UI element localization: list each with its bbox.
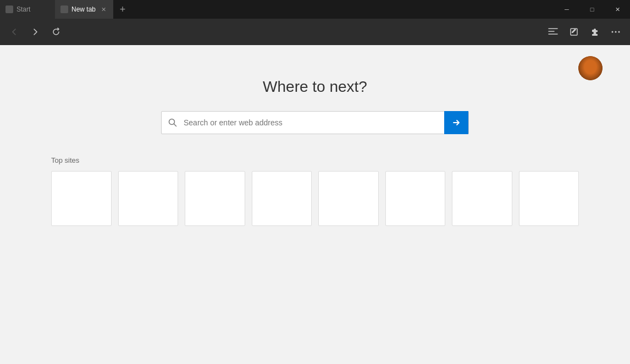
extensions-icon bbox=[590, 27, 599, 36]
list-item[interactable] bbox=[51, 171, 112, 226]
hub-icon bbox=[548, 27, 558, 36]
top-sites-section: Top sites bbox=[51, 156, 579, 226]
web-note-button[interactable] bbox=[564, 22, 584, 42]
close-button[interactable]: ✕ bbox=[605, 0, 630, 19]
title-bar-spacer bbox=[132, 0, 554, 19]
list-item[interactable] bbox=[185, 171, 245, 226]
refresh-icon bbox=[52, 27, 60, 36]
title-bar: Start New tab ✕ + ─ □ ✕ bbox=[0, 0, 630, 19]
close-icon: ✕ bbox=[615, 6, 620, 13]
page-title: Where to next? bbox=[263, 78, 367, 96]
list-item[interactable] bbox=[318, 171, 379, 226]
svg-point-4 bbox=[578, 56, 603, 80]
list-item[interactable] bbox=[118, 171, 179, 226]
window-controls: ─ □ ✕ bbox=[554, 0, 630, 19]
top-sites-grid bbox=[51, 171, 579, 226]
start-tab-icon bbox=[5, 5, 13, 13]
more-button[interactable] bbox=[606, 22, 626, 42]
minimize-button[interactable]: ─ bbox=[554, 0, 579, 19]
profile-avatar[interactable] bbox=[578, 56, 603, 80]
list-item[interactable] bbox=[452, 171, 512, 226]
maximize-button[interactable]: □ bbox=[579, 0, 605, 19]
search-icon bbox=[168, 118, 177, 127]
nav-bar bbox=[0, 19, 630, 45]
avatar-image bbox=[578, 56, 603, 80]
search-go-button[interactable] bbox=[444, 111, 468, 134]
svg-point-9 bbox=[586, 65, 589, 69]
svg-point-12 bbox=[593, 67, 594, 68]
back-button[interactable] bbox=[4, 22, 24, 42]
svg-point-11 bbox=[587, 67, 589, 68]
top-sites-label: Top sites bbox=[51, 156, 579, 164]
svg-marker-8 bbox=[595, 56, 600, 60]
new-tab-page: Where to next? Top sites bbox=[0, 45, 630, 226]
tab-start[interactable]: Start bbox=[0, 0, 55, 19]
minimize-icon: ─ bbox=[565, 6, 569, 13]
forward-button[interactable] bbox=[25, 22, 45, 42]
web-note-icon bbox=[570, 27, 578, 36]
svg-point-1 bbox=[612, 31, 614, 33]
search-bar bbox=[161, 111, 469, 134]
svg-point-10 bbox=[592, 65, 595, 69]
new-tab-label: New tab bbox=[71, 5, 96, 13]
search-input[interactable] bbox=[184, 118, 444, 127]
extensions-button[interactable] bbox=[585, 22, 605, 42]
go-arrow-icon bbox=[452, 118, 461, 127]
list-item[interactable] bbox=[385, 171, 446, 226]
svg-point-6 bbox=[585, 62, 596, 73]
back-icon bbox=[10, 27, 19, 36]
search-icon-wrap bbox=[162, 111, 184, 134]
refresh-button[interactable] bbox=[46, 22, 66, 42]
list-item[interactable] bbox=[519, 171, 579, 226]
new-tab-tab-icon bbox=[60, 5, 68, 13]
close-tab-button[interactable]: ✕ bbox=[99, 5, 108, 14]
browser-content: Where to next? Top sites bbox=[0, 45, 630, 364]
nav-right-buttons bbox=[543, 22, 626, 42]
forward-icon bbox=[31, 27, 40, 36]
svg-point-3 bbox=[618, 31, 620, 33]
hub-button[interactable] bbox=[543, 22, 563, 42]
svg-marker-7 bbox=[581, 56, 586, 60]
svg-point-5 bbox=[583, 60, 598, 78]
maximize-icon: □ bbox=[590, 6, 594, 13]
list-item[interactable] bbox=[252, 171, 312, 226]
avatar-tiger bbox=[578, 56, 603, 80]
more-icon bbox=[611, 31, 620, 33]
svg-point-13 bbox=[589, 70, 592, 72]
tab-new-tab[interactable]: New tab ✕ bbox=[55, 0, 113, 19]
svg-point-2 bbox=[615, 31, 617, 33]
new-tab-button[interactable]: + bbox=[113, 0, 132, 19]
start-tab-label: Start bbox=[16, 5, 49, 13]
